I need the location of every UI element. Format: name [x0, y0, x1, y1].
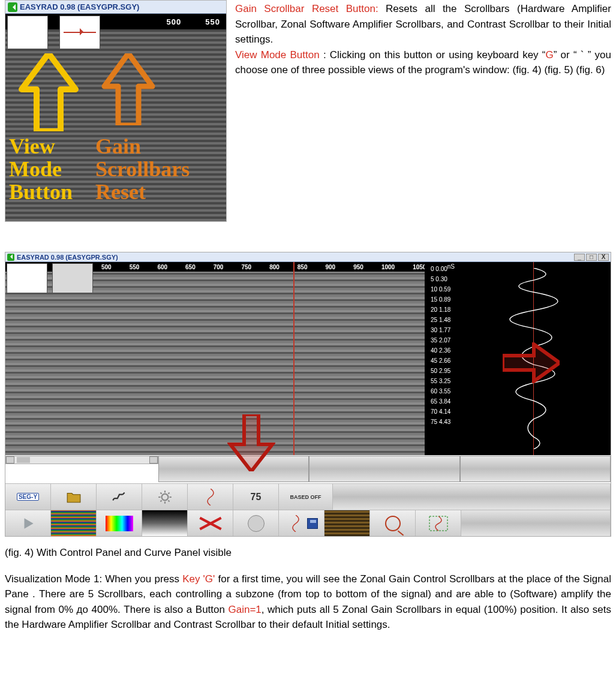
window-buttons: _ □ X: [574, 254, 609, 261]
mini-panel-2: [59, 16, 100, 49]
magnifier-icon: [385, 516, 401, 531]
wave-save-button[interactable]: [279, 510, 324, 536]
wave-green-button[interactable]: [416, 510, 461, 536]
orange-arrow-icon: [101, 53, 155, 125]
back-icon: [8, 2, 17, 12]
position-marker: [293, 262, 295, 455]
label-view-mode-button: View Mode Button: [9, 136, 73, 203]
connector-button[interactable]: [97, 484, 142, 510]
fig4-titlebar: EASYRAD 0.98 (EASYGPR.SGY) _ □ X: [5, 252, 611, 262]
view-mode-label: View Mode Button: [235, 49, 320, 61]
number-display: 75: [233, 484, 279, 510]
scroll-right-button[interactable]: [149, 456, 158, 464]
label-gain-scrollbars-reset: Gain Scrollbars Reset: [95, 136, 190, 203]
wave-button[interactable]: [188, 484, 233, 510]
paragraph-1: Gain Scrollbar Reset Button: Resets all …: [235, 0, 611, 78]
palette2-button[interactable]: [97, 510, 142, 536]
radargram: 500550 600650 700750 800850 900950 10001…: [5, 262, 425, 455]
minimize-button[interactable]: _: [574, 254, 585, 261]
delete-button[interactable]: [188, 510, 233, 536]
fig4-screenshot: EASYRAD 0.98 (EASYGPR.SGY) _ □ X 500550 …: [5, 252, 611, 537]
scroll-grip[interactable]: [17, 457, 30, 463]
palette3-button[interactable]: [142, 510, 188, 536]
mini-panel-1: [7, 263, 47, 293]
floppy-icon: [307, 518, 318, 529]
bands-button[interactable]: [324, 510, 370, 536]
close-button[interactable]: X: [598, 254, 609, 261]
gain-sliders: [158, 456, 611, 482]
back-icon[interactable]: [7, 254, 14, 261]
horizontal-scrollbar[interactable]: [5, 456, 158, 464]
yellow-arrow-icon: [19, 53, 79, 131]
based-off-button[interactable]: BASED OFF: [279, 484, 333, 510]
gain-reset-label: Gain Scrollbar Reset Button:: [235, 3, 378, 14]
curve-ticks: 0 0.005 0.30 10 0.5915 0.89 20 1.1825 1.…: [431, 266, 450, 425]
thumb-titlebar: EASYRAD 0.98 (EASYGPR.SGY): [5, 1, 226, 14]
open-button[interactable]: [51, 484, 97, 510]
play-button[interactable]: [5, 510, 51, 536]
gain-slider-2[interactable]: [309, 456, 459, 482]
fig4-title: EASYRAD 0.98 (EASYGPR.SGY): [17, 254, 118, 261]
gain-slider-3[interactable]: [460, 456, 611, 482]
settings-button[interactable]: [142, 484, 188, 510]
svg-point-0: [161, 494, 168, 500]
maximize-button[interactable]: □: [586, 254, 597, 261]
curve-panel: nS 0 0.005 0.30 10 0.5915 0.89 20 1.1825…: [425, 262, 611, 455]
mini-panel-1: [7, 16, 48, 49]
toolbar-spacer: [333, 484, 611, 510]
bottom-toolbar: SEG-Y 75 BASED OFF: [5, 483, 611, 536]
gain-slider-1[interactable]: [158, 456, 309, 482]
paragraph-2: Visualization Mode 1: When you press Key…: [5, 571, 611, 633]
zoom-button[interactable]: [370, 510, 416, 536]
mini-panel-2: [52, 263, 93, 293]
thumb-title: EASYRAD 0.98 (EASYGPR.SGY): [20, 2, 139, 11]
palette1-button[interactable]: [51, 510, 97, 536]
segy-button[interactable]: SEG-Y: [5, 484, 51, 510]
scroll-left-button[interactable]: [6, 456, 14, 464]
fig-thumb: EASYRAD 0.98 (EASYGPR.SGY) 500 550: [5, 0, 227, 222]
toolbar-spacer-2: [461, 510, 611, 536]
curve-wave: [468, 268, 600, 449]
fig4-caption: (fig. 4) With Control Panel and Curve Pa…: [5, 545, 611, 561]
circle-button[interactable]: [233, 510, 279, 536]
